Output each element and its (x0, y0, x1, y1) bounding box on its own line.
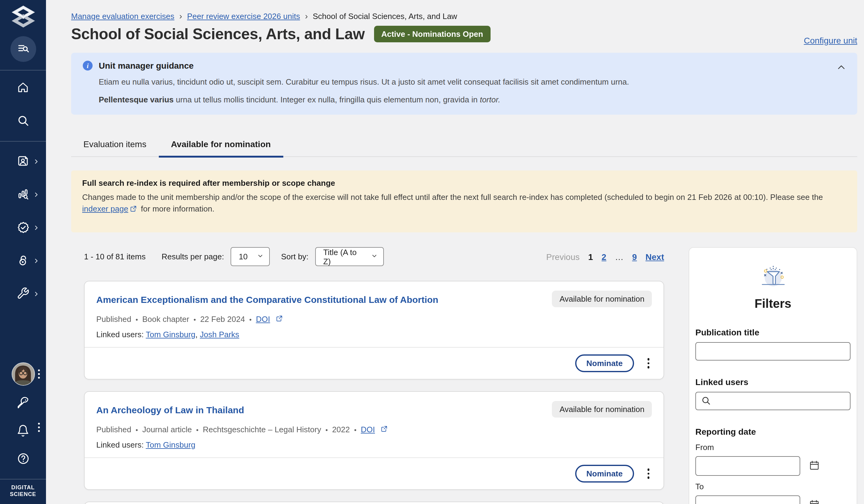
calendar-icon (809, 503, 820, 504)
from-date-picker-button[interactable] (809, 459, 820, 472)
page-title: School of Social Sciences, Arts, and Law (71, 25, 364, 43)
publication-status: Published (96, 425, 131, 434)
brand-line: DIGITAL (10, 484, 36, 491)
breadcrumb-link-exercise-units[interactable]: Peer review exercise 2026 units (187, 11, 300, 21)
impersonate-button[interactable] (0, 395, 46, 413)
results-count: 1 - 10 of 81 items (84, 252, 146, 261)
linked-users-label: Linked users: (96, 330, 144, 339)
pagination-next[interactable]: Next (645, 252, 664, 262)
meta-separator: • (135, 426, 138, 433)
collapse-banner-button[interactable] (835, 61, 848, 75)
list-search-icon (16, 41, 30, 57)
linked-user-link[interactable]: Tom Ginsburg (146, 440, 195, 449)
guidance-bold-text: Pellentesque varius (99, 95, 173, 104)
publication-type: Journal article (142, 425, 192, 434)
avatar-menu-button[interactable] (36, 367, 42, 381)
open-access-icon (16, 254, 29, 268)
chevron-right-icon (33, 157, 39, 167)
linked-user-link[interactable]: Tom Ginsburg (146, 330, 195, 339)
symplectic-logo[interactable] (11, 5, 35, 30)
help-button[interactable] (0, 450, 46, 468)
meta-separator: • (193, 315, 196, 323)
to-date-picker-button[interactable] (809, 499, 820, 504)
guidance-text: urna ut tellus mollis tincidunt. Integer… (173, 95, 480, 104)
indexer-page-link[interactable]: indexer page (82, 204, 128, 213)
publication-card: American Exceptionalism and the Comparat… (84, 281, 664, 380)
reindex-title: Full search re-index is required after m… (82, 178, 846, 188)
publication-meta: Published • Journal article • Rechtsgesc… (96, 425, 652, 434)
reporting-date-to-input[interactable] (695, 495, 800, 504)
chevron-right-icon (33, 290, 39, 299)
publication-title-filter-input[interactable] (695, 342, 851, 361)
availability-badge: Available for nomination (552, 291, 652, 307)
assessment-nav-button[interactable] (0, 219, 46, 237)
meta-separator: • (196, 426, 199, 433)
comma-separator: , (195, 330, 200, 339)
open-access-nav-button[interactable] (0, 252, 46, 271)
breadcrumb-separator: › (305, 11, 308, 21)
info-icon: i (83, 61, 93, 71)
tab-evaluation-items[interactable]: Evaluation items (71, 135, 158, 158)
nominate-button[interactable]: Nominate (576, 465, 634, 482)
publication-title-link[interactable]: An Archeology of Law in Thailand (96, 404, 244, 416)
configure-unit-link[interactable]: Configure unit (804, 36, 857, 45)
linked-users-filter-label: Linked users (695, 377, 851, 387)
reindex-warning-banner: Full search re-index is required after m… (71, 170, 857, 232)
tools-nav-button[interactable] (0, 285, 46, 303)
digital-science-wordmark: DIGITAL SCIENCE (10, 484, 36, 498)
main-area: Manage evaluation exercises › Peer revie… (46, 0, 864, 504)
guidance-italic-text: tortor. (480, 95, 500, 104)
unit-manager-guidance-banner: i Unit manager guidance Etiam eu nulla v… (71, 53, 857, 115)
meta-separator: • (249, 315, 252, 323)
funnel-illustration-icon (758, 264, 788, 290)
doi-link[interactable]: DOI (256, 314, 270, 324)
reporting-nav-button[interactable] (0, 186, 46, 204)
results-per-page-select[interactable]: 10 (231, 247, 270, 266)
results-list: 1 - 10 of 81 items Results per page: 10 … (84, 247, 664, 504)
linked-user-link[interactable]: Josh Parks (200, 330, 239, 339)
results-per-page-value: 10 (239, 252, 248, 261)
pagination: Previous 1 2 … 9 Next (547, 252, 664, 262)
publication-status: Published (96, 314, 131, 324)
chevron-down-icon (371, 252, 378, 261)
profiles-nav-button[interactable] (0, 153, 46, 171)
key-icon (16, 397, 29, 411)
card-actions: Nominate (85, 347, 663, 379)
home-button[interactable] (0, 79, 46, 97)
chevron-right-icon (33, 224, 39, 233)
bell-icon (16, 424, 29, 439)
search-icon (701, 395, 711, 408)
sort-by-select[interactable]: Title (A to Z) (315, 247, 384, 266)
user-avatar[interactable] (11, 362, 35, 386)
pagination-page-1: 1 (588, 252, 593, 262)
doi-link[interactable]: DOI (361, 425, 375, 434)
list-controls: 1 - 10 of 81 items Results per page: 10 … (84, 247, 664, 266)
list-search-button[interactable] (10, 36, 36, 62)
linked-users-filter-input[interactable] (695, 392, 851, 410)
sort-by-value: Title (A to Z) (323, 248, 366, 266)
meta-separator: • (325, 426, 328, 433)
guidance-paragraph: Etiam eu nulla varius, tincidunt odio ut… (99, 76, 846, 88)
item-menu-button[interactable] (645, 466, 652, 481)
reporting-date-from-input[interactable] (695, 456, 800, 476)
chevron-up-icon (837, 65, 846, 74)
tab-available-for-nomination[interactable]: Available for nomination (158, 135, 283, 158)
publication-type: Book chapter (142, 314, 189, 324)
publication-date: 2022 (332, 425, 350, 434)
profile-document-icon (16, 155, 29, 169)
chevron-right-icon (33, 256, 39, 266)
publication-title-link[interactable]: American Exceptionalism and the Comparat… (96, 294, 439, 305)
breadcrumb: Manage evaluation exercises › Peer revie… (71, 11, 857, 21)
tab-bar: Evaluation items Available for nominatio… (71, 135, 857, 157)
item-menu-button[interactable] (645, 356, 652, 371)
publication-venue: Rechtsgeschichte – Legal History (203, 425, 321, 434)
publication-meta: Published • Book chapter • 22 Feb 2024 •… (96, 314, 652, 324)
home-icon (16, 81, 29, 96)
pagination-page-2[interactable]: 2 (602, 252, 607, 262)
linked-users-row: Linked users: Tom Ginsburg, Josh Parks (96, 330, 652, 339)
pagination-page-9[interactable]: 9 (632, 252, 637, 262)
notifications-menu-button[interactable] (36, 420, 42, 434)
breadcrumb-link-manage-exercises[interactable]: Manage evaluation exercises (71, 11, 175, 21)
search-button[interactable] (0, 112, 46, 131)
nominate-button[interactable]: Nominate (576, 355, 634, 372)
